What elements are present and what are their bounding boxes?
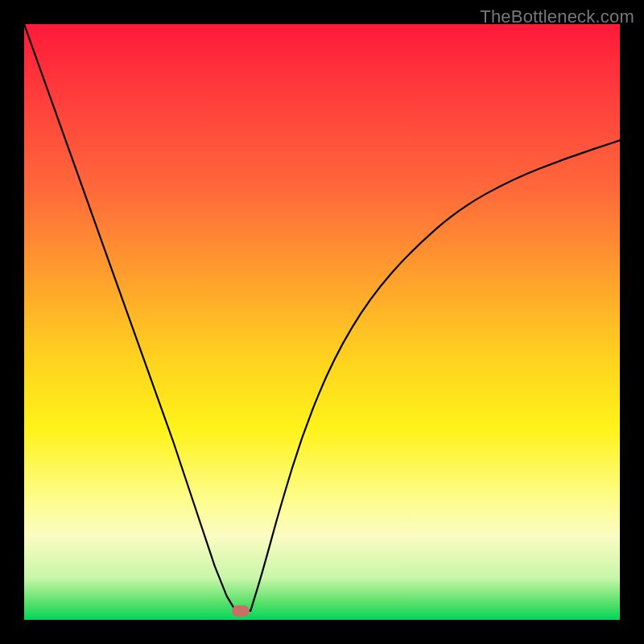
optimum-marker — [232, 605, 250, 617]
watermark-text: TheBottleneck.com — [480, 6, 634, 27]
curve-path — [24, 24, 620, 611]
plot-area — [24, 24, 620, 620]
bottleneck-curve — [24, 24, 620, 620]
chart-frame: TheBottleneck.com — [0, 0, 644, 644]
